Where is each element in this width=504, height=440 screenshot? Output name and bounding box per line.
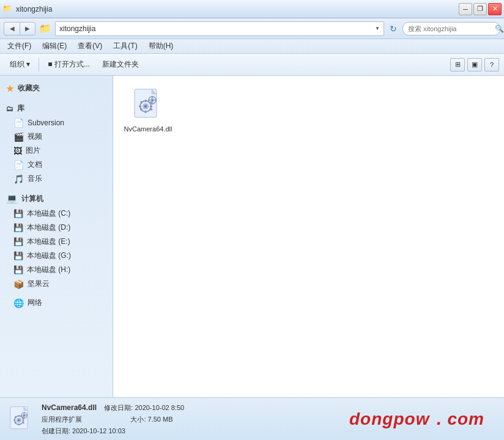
toolbar: 组织 ▾ ■ 打开方式... 新建文件夹 ⊞ ▣ ? (0, 54, 504, 76)
menu-bar: 文件(F) 编辑(E) 查看(V) 工具(T) 帮助(H) (0, 39, 504, 54)
title-bar: 📁 xitongzhijia ─ ❐ ✕ (0, 0, 504, 18)
address-dropdown-icon[interactable]: ▼ (375, 26, 380, 31)
content-area: NvCamera64.dll (113, 76, 504, 397)
video-icon: 🎬 (13, 132, 24, 142)
organize-button[interactable]: 组织 ▾ (5, 56, 35, 73)
toolbar-divider (39, 58, 39, 72)
computer-label: 计算机 (21, 194, 43, 204)
svg-point-35 (23, 414, 24, 416)
svg-rect-6 (145, 111, 147, 113)
music-icon: 🎵 (13, 174, 24, 184)
svg-rect-8 (150, 106, 152, 108)
minimize-button[interactable]: ─ (459, 3, 472, 15)
svg-rect-37 (24, 417, 25, 418)
sidebar-item-image[interactable]: 🖼 图片 (2, 144, 110, 158)
computer-icon: 💻 (6, 193, 18, 204)
svg-point-24 (18, 419, 20, 421)
svg-rect-19 (155, 100, 157, 101)
file-item-nvcamera[interactable]: NvCamera64.dll (120, 83, 176, 138)
svg-rect-18 (148, 100, 150, 101)
sidebar-item-drive-g[interactable]: 💾 本地磁盘 (G:) (2, 249, 110, 263)
forward-button[interactable]: ▶ (20, 22, 35, 35)
svg-rect-5 (145, 100, 147, 102)
sidebar-item-music[interactable]: 🎵 音乐 (2, 172, 110, 186)
sidebar-item-drive-c[interactable]: 💾 本地磁盘 (C:) (2, 207, 110, 221)
restore-button[interactable]: ❐ (473, 3, 487, 15)
drive-h-icon: 💾 (13, 265, 23, 274)
video-label: 视频 (28, 131, 42, 142)
sidebar-item-video[interactable]: 🎬 视频 (2, 130, 110, 144)
computer-section: 💻 计算机 (2, 191, 110, 207)
library-icon: 🗂 (6, 105, 13, 113)
file-icon (131, 88, 165, 122)
new-folder-button[interactable]: 新建文件夹 (97, 56, 144, 73)
drive-e-label: 本地磁盘 (E:) (27, 237, 70, 247)
search-icon: 🔍 (495, 24, 504, 33)
image-icon: 🖼 (13, 146, 22, 156)
address-bar: ◀ ▶ 📁 ▼ ↻ 🔍 (0, 18, 504, 39)
sidebar-item-drive-d[interactable]: 💾 本地磁盘 (D:) (2, 221, 110, 235)
open-with-button[interactable]: ■ 打开方式... (43, 56, 95, 73)
menu-file[interactable]: 文件(F) (2, 40, 36, 53)
svg-rect-36 (24, 412, 25, 413)
view-toggle-button[interactable]: ⊞ (450, 58, 465, 72)
refresh-button[interactable]: ↻ (387, 22, 400, 35)
main-layout: ★ 收藏夹 🗂 库 📄 Subversion 🎬 视频 🖼 图片 📄 文档 🎵 … (0, 76, 504, 397)
address-folder-icon: 📁 (39, 23, 51, 34)
star-icon: ★ (6, 84, 14, 94)
svg-rect-39 (26, 414, 28, 416)
back-button[interactable]: ◀ (4, 22, 20, 35)
search-wrap[interactable]: 🔍 (402, 22, 500, 35)
view-pane-button[interactable]: ▣ (467, 58, 482, 72)
status-modified: 修改日期: 2020-10-02 8:50 (104, 404, 184, 411)
close-button[interactable]: ✕ (488, 3, 502, 15)
status-filename: NvCamera64.dll (42, 403, 97, 412)
search-input[interactable] (408, 25, 492, 32)
status-filename-row: NvCamera64.dll 修改日期: 2020-10-02 8:50 (42, 402, 342, 414)
drive-g-icon: 💾 (13, 251, 23, 260)
sidebar-item-subversion[interactable]: 📄 Subversion (2, 116, 110, 130)
jianguoyun-icon: 📦 (13, 279, 24, 289)
drive-c-icon: 💾 (13, 209, 23, 218)
music-label: 音乐 (28, 174, 42, 184)
svg-rect-16 (152, 96, 153, 98)
network-label: 网络 (28, 298, 42, 308)
favorites-label: 收藏夹 (18, 83, 40, 94)
title-left: 📁 xitongzhijia (2, 4, 52, 14)
network-icon: 🌐 (13, 298, 24, 308)
status-info: NvCamera64.dll 修改日期: 2020-10-02 8:50 应用程… (42, 402, 342, 437)
svg-rect-27 (13, 419, 15, 420)
drive-e-icon: 💾 (13, 237, 23, 246)
sidebar-item-drive-e[interactable]: 💾 本地磁盘 (E:) (2, 235, 110, 249)
sidebar-item-doc[interactable]: 📄 文档 (2, 158, 110, 172)
svg-rect-17 (152, 103, 153, 105)
favorites-header: ★ 收藏夹 (2, 81, 110, 96)
svg-point-4 (144, 105, 147, 108)
library-section: 🗂 库 (2, 101, 110, 116)
address-input[interactable] (59, 24, 372, 33)
svg-rect-25 (18, 414, 20, 416)
sidebar-item-drive-h[interactable]: 💾 本地磁盘 (H:) (2, 263, 110, 277)
subversion-icon: 📄 (13, 118, 24, 128)
window-title: xitongzhijia (16, 5, 52, 13)
status-bar: NvCamera64.dll 修改日期: 2020-10-02 8:50 应用程… (0, 397, 504, 440)
status-created-row: 创建日期: 2020-10-12 10:03 (42, 425, 342, 437)
library-label: 库 (17, 103, 24, 114)
svg-rect-26 (18, 424, 20, 425)
drive-d-label: 本地磁盘 (D:) (27, 222, 70, 233)
status-type: 应用程序扩展 (42, 416, 82, 423)
status-created: 创建日期: 2020-10-12 10:03 (42, 427, 125, 435)
menu-tools[interactable]: 工具(T) (108, 40, 142, 53)
svg-rect-28 (22, 419, 24, 420)
menu-view[interactable]: 查看(V) (73, 40, 107, 53)
address-input-wrap[interactable]: ▼ (55, 21, 384, 36)
title-controls: ─ ❐ ✕ (459, 3, 502, 15)
sidebar: ★ 收藏夹 🗂 库 📄 Subversion 🎬 视频 🖼 图片 📄 文档 🎵 … (0, 76, 113, 397)
window-icon: 📁 (2, 4, 12, 14)
menu-help[interactable]: 帮助(H) (144, 40, 179, 53)
menu-edit[interactable]: 编辑(E) (37, 40, 72, 53)
status-file-icon (7, 406, 34, 433)
sidebar-item-network[interactable]: 🌐 网络 (2, 296, 110, 310)
help-button[interactable]: ? (484, 58, 499, 72)
sidebar-item-jianguoyun[interactable]: 📦 坚果云 (2, 277, 110, 291)
